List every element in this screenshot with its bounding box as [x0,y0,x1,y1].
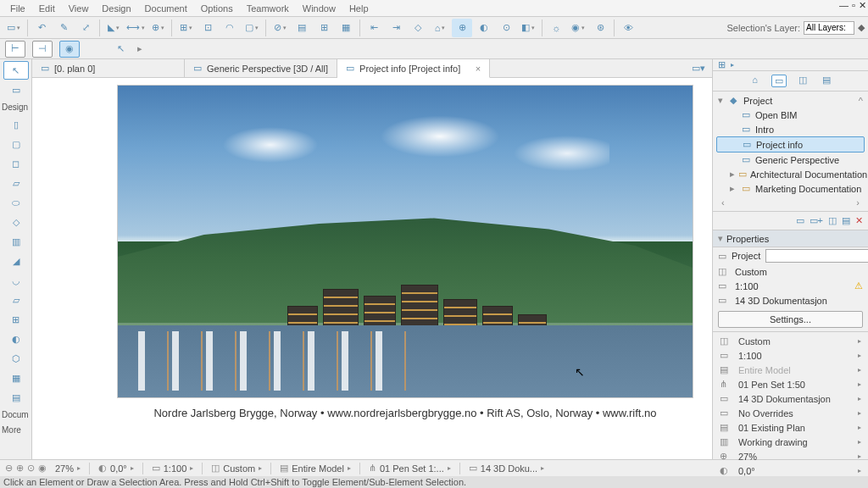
snap-button[interactable]: ⊡ [198,19,218,37]
view-button[interactable]: 👁 [618,19,638,37]
grid-button[interactable]: ⊞ [175,19,196,37]
anchor-2-button[interactable]: ⊣ [32,41,53,58]
tab-project-info[interactable]: ▭ Project info [Project info] × [337,59,490,78]
quick-item[interactable]: ⋔01 Pen Set 1:50▸ [713,377,868,391]
model-value[interactable]: Entire Model [292,463,344,474]
quick-item[interactable]: ⊕27%▸ [713,449,868,463]
minimize-icon[interactable]: — [839,0,849,11]
beam-tool-icon[interactable]: ⬭ [3,193,29,212]
menu-design[interactable]: Design [95,2,137,15]
nav-tab-pub-icon[interactable]: ▤ [819,75,834,87]
ruler-button[interactable]: ◣ [103,19,124,37]
attr-button[interactable]: ▦ [336,19,356,37]
arrow-tool[interactable]: ↖ [110,41,131,58]
quick-item[interactable]: ◫Custom▸ [713,334,868,348]
nav-tab-view-icon[interactable]: ▭ [771,75,787,87]
nav-pin-icon[interactable]: ⊞ [718,59,726,70]
measure-button[interactable]: ⟷ [125,19,146,37]
distribute-button[interactable]: ⇥ [386,19,406,37]
trace-button[interactable]: ◠ [220,19,240,37]
undo-button[interactable]: ↶ [31,19,52,37]
zoom-out-icon[interactable]: ⊖ [5,463,13,474]
tree-folder[interactable]: ▸▭Marketing Documentation [716,181,865,196]
curtain-tool-icon[interactable]: ⊞ [3,310,29,329]
tab-overflow-button[interactable]: ▭▾ [685,59,712,77]
properties-header[interactable]: ▾Properties [713,230,868,247]
tab-plan[interactable]: ▭ [0. plan 0] [32,59,185,77]
layers-button[interactable]: ▤ [292,19,312,37]
camera-button[interactable]: ◉ [568,19,588,37]
tree-item-selected[interactable]: ▭Project info [716,136,865,152]
menu-teamwork[interactable]: Teamwork [240,2,296,15]
eyedropper-button[interactable]: ✎ [53,19,74,37]
arrow-tool-icon[interactable]: ↖ [3,61,29,80]
menu-file[interactable]: File [3,2,32,15]
settings-button[interactable]: Settings... [718,311,863,328]
canvas[interactable]: Nordre Jarlsberg Brygge, Norway • www.no… [32,78,712,459]
nav-tab-layout-icon[interactable]: ◫ [795,75,810,87]
column-tool-icon[interactable]: ▱ [3,174,29,192]
tree-root[interactable]: ▾◆ Project ^ [716,93,865,108]
tree-folder[interactable]: ▸▭Architectural Documentation [716,167,865,181]
zoom-in-icon[interactable]: ⊕ [16,463,24,474]
organize-icon[interactable]: ▤ [842,215,850,226]
quick-item[interactable]: ▥Working drawing▸ [713,435,868,449]
layer-input[interactable] [804,21,854,35]
menu-options[interactable]: Options [194,2,240,15]
quick-item[interactable]: ▤Entire Model▸ [713,363,868,377]
pen-value[interactable]: 01 Pen Set 1:... [380,463,444,474]
sun-button[interactable]: ☼ [546,19,566,37]
compare-button[interactable]: ◧ [518,19,538,37]
anchor-3-button[interactable]: ◉ [59,41,80,58]
menu-window[interactable]: Window [296,2,342,15]
menu-edit[interactable]: Edit [32,2,62,15]
3d-nav-button[interactable]: ⊕ [452,19,472,37]
door-tool-icon[interactable]: ▢ [3,135,29,153]
custom-value[interactable]: Custom [223,463,255,474]
new-folder-icon[interactable]: ▭+ [810,215,823,226]
render-button[interactable]: ⊙ [496,19,516,37]
tab-3d[interactable]: ▭ Generic Perspective [3D / All] [185,59,337,77]
align-button[interactable]: ⇤ [364,19,384,37]
clone-icon[interactable]: ◫ [828,215,837,226]
quick-item[interactable]: ◐0,0°▸ [713,463,868,478]
close-icon[interactable]: ✕ [859,0,866,11]
mesh-tool-icon[interactable]: ▤ [3,388,29,407]
link-button[interactable]: ◇ [408,19,428,37]
scale-value[interactable]: 1:100 [164,463,187,474]
tree-item[interactable]: ▭Open BIM [716,108,865,122]
quick-item[interactable]: ▭No Overrides▸ [713,406,868,420]
window-tool-icon[interactable]: ◻ [3,154,29,173]
view-name-input[interactable] [765,249,868,263]
quick-item[interactable]: ▤01 Existing Plan▸ [713,420,868,435]
morph-tool-icon[interactable]: ◐ [3,330,29,348]
tree-item[interactable]: ▭Generic Perspective [716,152,865,167]
menu-document[interactable]: Document [138,2,194,15]
nav-tab-project-icon[interactable]: ⌂ [748,75,763,87]
syringe-button[interactable]: ⤢ [75,19,96,37]
maximize-icon[interactable]: ▫ [852,0,855,11]
nav-chev-icon[interactable]: ▸ [731,61,734,69]
object-tool-icon[interactable]: ⬡ [3,349,29,368]
home-button[interactable]: ⌂ [430,19,450,37]
tree-item[interactable]: ▭Intro [716,122,865,136]
new-button[interactable]: ▭ [3,19,24,37]
zoom-value[interactable]: 27% [55,463,74,474]
xyz-button[interactable]: ⊕ [147,19,168,37]
menu-view[interactable]: View [62,2,96,15]
save-view-icon[interactable]: ▭ [796,215,804,226]
layer-icon[interactable]: ◆ [858,22,865,33]
roof-tool-icon[interactable]: ◢ [3,252,29,270]
zoom-prev-icon[interactable]: ◉ [38,463,47,474]
explore-button[interactable]: ◐ [474,19,494,37]
menu-help[interactable]: Help [342,2,376,15]
marquee-tool-icon[interactable]: ▭ [3,80,29,99]
zoom-fit-icon[interactable]: ⊙ [27,463,35,474]
element-button[interactable]: ⊞ [314,19,334,37]
quick-item[interactable]: ▭14 3D Dokumentasjon▸ [713,391,868,406]
wall-tool-icon[interactable]: ▯ [3,115,29,134]
doku-value[interactable]: 14 3D Doku... [481,463,537,474]
energy-button[interactable]: ⊛ [590,19,610,37]
suspend-button[interactable]: ⊘ [270,19,290,37]
anchor-1-button[interactable]: ⊢ [5,41,25,58]
